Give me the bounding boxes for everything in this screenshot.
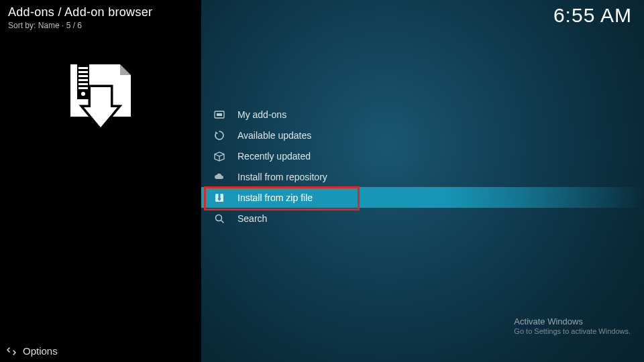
refresh-icon (213, 129, 225, 141)
zip-icon (213, 192, 225, 204)
menu-item-available-updates[interactable]: Available updates (201, 125, 644, 145)
svg-rect-4 (78, 79, 88, 81)
category-artwork (38, 60, 193, 137)
clock: 6:55 AM (553, 4, 632, 27)
windows-activation-watermark: Activate Windows Go to Settings to activ… (514, 316, 631, 335)
menu-list: My add-ons Available updates Recently up… (201, 104, 644, 229)
zip-file-artwork-icon (38, 60, 136, 134)
watermark-title: Activate Windows (514, 316, 631, 326)
cloud-icon (213, 171, 225, 183)
menu-item-search[interactable]: Search (201, 208, 644, 229)
addons-icon (213, 109, 225, 121)
svg-rect-6 (78, 87, 88, 89)
menu-item-recently-updated[interactable]: Recently updated (201, 145, 644, 166)
sidebar: Add-ons / Add-on browser Sort by: Name ·… (0, 0, 201, 362)
menu-item-label: Recently updated (237, 151, 311, 162)
svg-line-13 (221, 220, 224, 223)
options-button[interactable]: Options (7, 345, 58, 357)
menu-item-install-from-zip[interactable]: Install from zip file (201, 187, 644, 208)
search-icon (213, 213, 225, 225)
menu-item-label: Search (237, 213, 267, 224)
svg-rect-11 (219, 194, 221, 198)
menu-item-my-addons[interactable]: My add-ons (201, 104, 644, 125)
options-arrows-icon (7, 347, 16, 356)
svg-rect-2 (78, 71, 88, 73)
svg-rect-1 (78, 67, 88, 69)
breadcrumb: Add-ons / Add-on browser (8, 5, 193, 19)
box-icon (213, 150, 225, 162)
menu-item-install-from-repository[interactable]: Install from repository (201, 166, 644, 187)
sort-indicator: Sort by: Name · 5 / 6 (8, 21, 193, 30)
menu-item-label: My add-ons (237, 109, 286, 120)
svg-rect-3 (78, 75, 88, 77)
options-label: Options (23, 345, 58, 357)
watermark-sub: Go to Settings to activate Windows. (514, 327, 631, 335)
svg-rect-5 (78, 83, 88, 85)
menu-item-label: Available updates (237, 130, 311, 141)
svg-rect-9 (217, 113, 222, 116)
menu-item-label: Install from zip file (237, 192, 313, 203)
main-panel: 6:55 AM My add-ons Available updates Rec… (201, 0, 644, 362)
svg-point-7 (81, 92, 85, 96)
menu-item-label: Install from repository (237, 172, 327, 182)
